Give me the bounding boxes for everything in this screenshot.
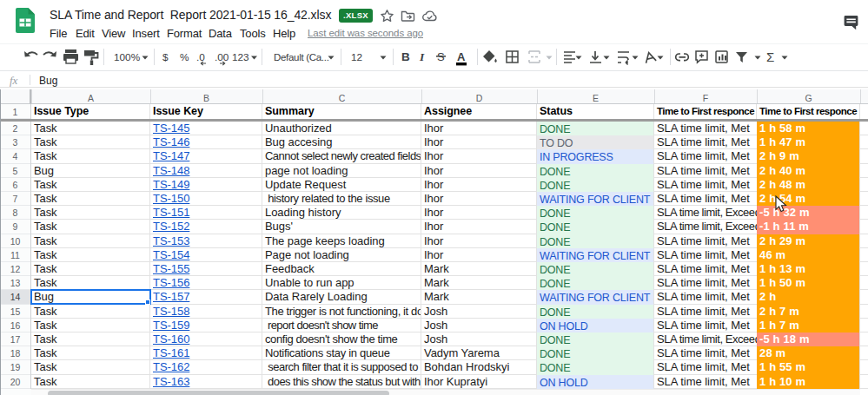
svg-text:12: 12: [351, 51, 362, 63]
svg-text:%: %: [180, 51, 189, 63]
svg-text:B: B: [401, 50, 410, 63]
svg-text:Σ: Σ: [766, 49, 774, 64]
svg-text:$: $: [162, 51, 169, 63]
svg-text:123: 123: [232, 51, 249, 63]
svg-text:A: A: [457, 50, 466, 63]
svg-text:Default (Ca...: Default (Ca...: [274, 52, 329, 63]
svg-text:.0: .0: [196, 51, 205, 63]
svg-text:100%: 100%: [114, 51, 141, 63]
svg-text:I: I: [419, 50, 425, 63]
svg-text:.00: .00: [215, 51, 229, 63]
